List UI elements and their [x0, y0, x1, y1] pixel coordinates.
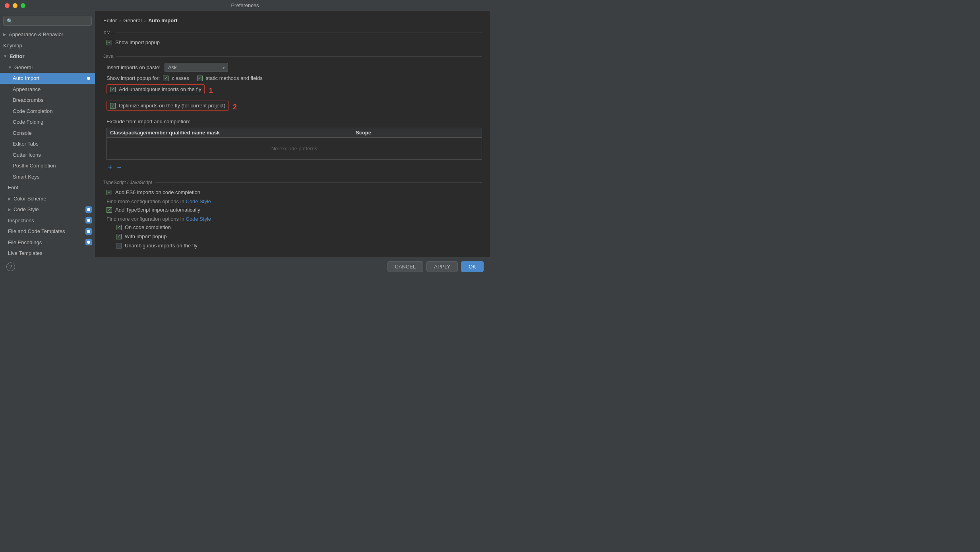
- nav-badge: [85, 239, 92, 245]
- sidebar-item-label: Code Style: [14, 206, 39, 214]
- breadcrumb-general: General: [123, 17, 141, 23]
- search-box[interactable]: 🔍: [3, 16, 92, 26]
- chevron-icon: ▼: [8, 64, 12, 70]
- sidebar-item-breadcrumbs[interactable]: Breadcrumbs: [0, 95, 95, 106]
- on-code-completion-row[interactable]: On code completion: [103, 224, 482, 230]
- static-methods-checkbox[interactable]: [197, 76, 203, 81]
- sidebar-item-code-style[interactable]: ▶ Code Style: [0, 204, 95, 215]
- sidebar-item-file-code-templates[interactable]: File and Code Templates: [0, 226, 95, 237]
- sidebar-item-smart-keys[interactable]: Smart Keys: [0, 171, 95, 183]
- search-icon: 🔍: [7, 18, 13, 24]
- apply-button[interactable]: APPLY: [426, 261, 458, 272]
- sidebar-item-color-scheme[interactable]: ▶ Color Scheme: [0, 193, 95, 204]
- sidebar-item-label: File Encodings: [8, 239, 42, 247]
- table-col1-header: Class/package/member qualified name mask: [110, 130, 356, 136]
- nav-badge: [85, 206, 92, 213]
- code-style-link-ts[interactable]: Code Style: [186, 216, 211, 222]
- breadcrumb-editor: Editor: [103, 17, 117, 23]
- sidebar-item-label: Appearance & Behavior: [9, 31, 63, 39]
- close-button[interactable]: [5, 3, 10, 8]
- exclude-table: Class/package/member qualified name mask…: [107, 128, 482, 160]
- add-es6-checkbox[interactable]: [107, 190, 112, 195]
- unambiguous-imports-row[interactable]: Unambiguous imports on the fly: [103, 243, 482, 249]
- insert-imports-select[interactable]: Ask Always Never: [165, 63, 228, 72]
- help-button[interactable]: ?: [6, 262, 15, 271]
- add-typescript-checkbox[interactable]: [107, 207, 112, 213]
- sidebar-item-editor-tabs[interactable]: Editor Tabs: [0, 138, 95, 150]
- add-es6-label: Add ES6 imports on code completion: [115, 189, 200, 195]
- sidebar-item-general[interactable]: ▼ General: [0, 62, 95, 73]
- bottom-bar: ? CANCEL APPLY OK: [0, 257, 490, 276]
- classes-checkbox[interactable]: [163, 76, 168, 81]
- sidebar-item-label: Code Completion: [13, 107, 52, 115]
- sidebar-item-appearance-behavior[interactable]: ▶ Appearance & Behavior: [0, 29, 95, 40]
- remove-pattern-button[interactable]: −: [116, 163, 123, 172]
- sidebar: 🔍 ▶ Appearance & Behavior Keymap ▼ Edito…: [0, 11, 95, 257]
- optimize-imports-checkbox[interactable]: [110, 103, 116, 109]
- minimize-button[interactable]: [13, 3, 17, 8]
- svg-point-1: [87, 208, 90, 211]
- breadcrumb-sep1: ›: [119, 17, 121, 23]
- unambiguous-imports-label: Unambiguous imports on the fly: [125, 243, 198, 249]
- code-style-link-es6[interactable]: Code Style: [186, 198, 211, 204]
- cancel-button[interactable]: CANCEL: [387, 261, 424, 272]
- sidebar-item-label: Editor Tabs: [13, 140, 39, 148]
- sidebar-item-live-templates[interactable]: Live Templates: [0, 248, 95, 257]
- xml-section: XML Show import popup: [103, 30, 482, 45]
- svg-point-4: [87, 241, 90, 244]
- sidebar-item-label: Console: [13, 129, 32, 137]
- chevron-icon: ▶: [8, 196, 11, 202]
- window-title: Preferences: [231, 2, 259, 8]
- chevron-icon: ▶: [8, 206, 11, 212]
- svg-point-2: [87, 219, 90, 222]
- sidebar-item-postfix-completion[interactable]: Postfix Completion: [0, 160, 95, 171]
- sidebar-item-inspections[interactable]: Inspections: [0, 215, 95, 226]
- window-controls: [5, 3, 25, 8]
- optimize-imports-label: Optimize imports on the fly (for current…: [119, 103, 225, 109]
- search-input[interactable]: [15, 18, 88, 24]
- unambiguous-imports-checkbox[interactable]: [116, 243, 122, 249]
- sidebar-item-file-encodings[interactable]: File Encodings: [0, 237, 95, 248]
- bottom-left: ?: [6, 262, 15, 271]
- with-import-popup-row[interactable]: With import popup: [103, 233, 482, 239]
- sidebar-item-label: Font: [8, 184, 18, 192]
- sidebar-item-gutter-icons[interactable]: Gutter Icons: [0, 150, 95, 161]
- show-popup-for-row: Show import popup for: classes static me…: [103, 75, 482, 81]
- add-typescript-row[interactable]: Add TypeScript imports automatically: [103, 207, 482, 213]
- sidebar-item-auto-import[interactable]: Auto Import: [0, 73, 95, 84]
- show-import-popup-row[interactable]: Show import popup: [103, 39, 482, 45]
- add-pattern-button[interactable]: +: [107, 163, 114, 172]
- breadcrumb-sep2: ›: [144, 17, 146, 23]
- show-import-popup-checkbox[interactable]: [107, 40, 112, 45]
- sidebar-item-code-completion[interactable]: Code Completion: [0, 106, 95, 117]
- nav-badge: [85, 75, 92, 82]
- sidebar-item-label: Auto Import: [13, 74, 39, 82]
- typescript-section-header: TypeScript / JavaScript: [103, 180, 482, 185]
- nav-badge: [85, 228, 92, 235]
- typescript-section: TypeScript / JavaScript Add ES6 imports …: [103, 180, 482, 249]
- on-code-completion-label: On code completion: [125, 224, 171, 230]
- table-empty-message: No exclude patterns: [107, 138, 482, 159]
- sidebar-item-label: Gutter Icons: [13, 151, 41, 159]
- xml-section-header: XML: [103, 30, 482, 35]
- table-header: Class/package/member qualified name mask…: [107, 128, 482, 138]
- sidebar-item-editor[interactable]: ▼ Editor: [0, 51, 95, 62]
- add-unambiguous-highlighted-row: Add unambiguous imports on the fly: [107, 84, 205, 94]
- breadcrumb-auto-import: Auto Import: [148, 17, 178, 23]
- sidebar-item-font[interactable]: Font: [0, 182, 95, 193]
- add-unambiguous-checkbox[interactable]: [110, 87, 116, 92]
- maximize-button[interactable]: [21, 3, 25, 8]
- add-es6-row[interactable]: Add ES6 imports on code completion: [103, 189, 482, 195]
- sidebar-item-console[interactable]: Console: [0, 128, 95, 139]
- classes-label: classes: [172, 75, 189, 81]
- on-code-completion-checkbox[interactable]: [116, 225, 122, 230]
- static-methods-label: static methods and fields: [206, 75, 263, 81]
- table-action-buttons: + −: [103, 163, 482, 172]
- sidebar-item-appearance[interactable]: Appearance: [0, 84, 95, 95]
- with-import-popup-checkbox[interactable]: [116, 234, 122, 239]
- sidebar-item-label: Keymap: [3, 42, 22, 50]
- sidebar-item-code-folding[interactable]: Code Folding: [0, 117, 95, 128]
- insert-imports-select-wrapper: Ask Always Never: [165, 63, 228, 72]
- sidebar-item-keymap[interactable]: Keymap: [0, 40, 95, 51]
- ok-button[interactable]: OK: [461, 261, 484, 272]
